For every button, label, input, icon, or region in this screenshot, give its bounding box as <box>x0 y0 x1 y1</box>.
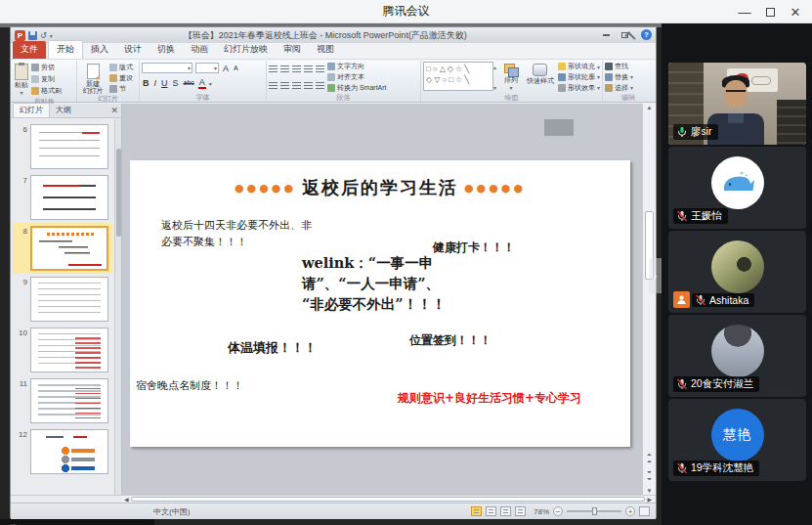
scroll-down-icon[interactable]: ▼ <box>643 488 656 494</box>
tab-slides[interactable]: 幻灯片 <box>13 103 50 117</box>
participant-tile-20食安付淑兰[interactable]: 20食安付淑兰 <box>668 315 806 397</box>
slide-thumbnail-11[interactable]: 11 <box>13 375 112 426</box>
participant-tile-王媛怡[interactable]: 王媛怡 <box>668 147 806 229</box>
vertical-scrollbar[interactable]: ▲ ⏶⏶ ⏷⏷ ▼ <box>642 104 656 495</box>
fit-to-window-icon[interactable] <box>639 506 650 516</box>
previous-slide-icon[interactable]: ⏶⏶ <box>643 452 656 465</box>
new-slide-button[interactable]: 新建 幻灯片 <box>79 62 107 94</box>
shape-outline-button[interactable]: 形状轮廓 <box>558 72 600 82</box>
select-button[interactable]: 选择 <box>605 83 633 93</box>
slide-thumbnail-12[interactable]: 12 <box>13 426 112 477</box>
ribbon-tab-审阅[interactable]: 审阅 <box>276 41 309 59</box>
ribbon-tab-设计[interactable]: 设计 <box>116 41 150 59</box>
align-text-button[interactable]: 对齐文本 <box>327 72 387 82</box>
ribbon-tab-文件[interactable]: 文件 <box>13 41 46 59</box>
convert-smartart-button[interactable]: 转换为 SmartArt <box>327 83 387 93</box>
font-color-caret[interactable] <box>209 78 212 88</box>
powerpoint-icon[interactable]: P <box>15 30 25 41</box>
next-slide-icon[interactable]: ⏷⏷ <box>643 469 656 483</box>
ribbon-tab-视图[interactable]: 视图 <box>309 41 342 59</box>
slide-thumbnail-8[interactable]: 8 <box>13 223 112 274</box>
slide-thumbnail-6[interactable]: 6 <box>13 121 112 172</box>
replace-button[interactable]: 替换 <box>605 72 633 82</box>
save-icon[interactable] <box>28 31 37 40</box>
scroll-left-icon[interactable]: ◀ <box>124 496 129 503</box>
format-painter-button[interactable]: 格式刷 <box>31 86 62 96</box>
line-spacing-icon[interactable] <box>316 66 324 73</box>
copy-button[interactable]: 复制 <box>31 74 62 84</box>
participant-tile-Ashitaka[interactable]: Ashitaka <box>668 231 806 313</box>
thumbnail-preview <box>30 429 108 474</box>
shapes-gallery[interactable]: □○△◇☆╲ ◇▽○□☆╲ <box>423 62 493 91</box>
align-left-icon[interactable] <box>269 82 278 90</box>
zoom-out-icon[interactable]: − <box>553 506 563 516</box>
quick-styles-button[interactable]: 快速样式 <box>526 62 555 93</box>
cut-button[interactable]: 剪切 <box>31 63 62 72</box>
scroll-right-icon[interactable]: ▶ <box>647 496 652 503</box>
hscroll-thumb[interactable] <box>131 497 646 502</box>
thumbnail-number: 11 <box>13 378 27 388</box>
minimize-button[interactable]: — <box>732 0 757 23</box>
indent-decrease-icon[interactable] <box>292 66 301 73</box>
panel-close-icon[interactable]: ✕ <box>110 106 118 115</box>
shape-fill-button[interactable]: 形状填充 <box>558 62 600 71</box>
align-right-icon[interactable] <box>292 82 301 90</box>
paste-button[interactable]: 粘贴 <box>15 62 28 97</box>
zoom-slider-thumb[interactable] <box>592 507 597 515</box>
shadow-button[interactable]: S <box>172 78 180 88</box>
ppt-minimize-button[interactable] <box>598 29 615 41</box>
italic-button[interactable]: I <box>153 78 158 88</box>
sidebar-collapse-handle[interactable]: › <box>649 258 662 293</box>
font-size-select[interactable] <box>195 63 219 73</box>
justify-icon[interactable] <box>304 82 313 90</box>
shrink-font-button[interactable]: A <box>233 64 239 73</box>
indent-increase-icon[interactable] <box>304 66 313 73</box>
ribbon-tab-切换[interactable]: 切换 <box>150 41 183 59</box>
section-button[interactable]: 节 <box>109 84 133 94</box>
underline-button[interactable]: U <box>160 78 169 88</box>
numbering-icon[interactable] <box>280 66 289 73</box>
bullets-icon[interactable] <box>269 66 278 73</box>
shared-screen-area: P ↺ 【班会】2021年春季返校线上班会 - Microsoft PowerP… <box>0 23 662 525</box>
align-center-icon[interactable] <box>280 82 289 90</box>
reading-view-icon[interactable] <box>500 506 511 516</box>
ribbon-tab-开始[interactable]: 开始 <box>48 40 83 59</box>
language-indicator: 中文(中国) <box>153 506 190 517</box>
reset-button[interactable]: 重设 <box>109 73 133 83</box>
normal-view-icon[interactable] <box>471 506 482 516</box>
ribbon-tab-插入[interactable]: 插入 <box>83 41 116 59</box>
participant-tile-廖sir[interactable]: 廖sir <box>668 63 806 145</box>
slide-sorter-view-icon[interactable] <box>486 506 496 516</box>
slide-thumbnail-9[interactable]: 9 <box>13 274 112 325</box>
text-direction-button[interactable]: 文字方向 <box>327 62 387 71</box>
ribbon-tab-动画[interactable]: 动画 <box>183 41 216 59</box>
shape-effects-button[interactable]: 形状效果 <box>558 83 600 93</box>
slide-editor[interactable]: ●●●●●返校后的学习生活●●●●● 返校后十四天非必要不外出、非必要不聚集！！… <box>130 160 630 447</box>
font-color-button[interactable]: A <box>198 77 206 89</box>
zoom-in-icon[interactable]: + <box>625 506 635 516</box>
close-button[interactable]: ✕ <box>783 0 808 23</box>
scroll-up-icon[interactable]: ▲ <box>643 105 656 110</box>
shapes-gallery-arrows[interactable]: ▴▾ <box>493 62 496 93</box>
participant-tile-19学科沈慧艳[interactable]: 慧艳19学科沈慧艳 <box>668 399 806 481</box>
slide-thumbnail-7[interactable]: 7 <box>13 172 112 223</box>
ribbon-tab-幻灯片放映[interactable]: 幻灯片放映 <box>216 41 276 59</box>
layout-button[interactable]: 版式 <box>109 63 133 72</box>
strikethrough-button[interactable]: abc <box>183 78 195 88</box>
slide-thumbnail-10[interactable]: 10 <box>13 325 112 375</box>
find-button[interactable]: 查找 <box>605 62 633 71</box>
arrange-button[interactable]: 排列 <box>499 62 523 93</box>
undo-icon[interactable]: ↺ <box>40 31 47 40</box>
tab-outline[interactable]: 大纲 <box>50 104 77 117</box>
slideshow-view-icon[interactable] <box>515 506 526 516</box>
horizontal-scrollbar[interactable]: ◀ ▶ <box>11 495 656 503</box>
font-name-select[interactable] <box>142 63 192 73</box>
columns-icon[interactable] <box>316 82 324 90</box>
zoom-slider[interactable] <box>567 510 621 512</box>
ribbon: 粘贴 剪切 复制 格式刷 剪贴板 <box>11 60 656 103</box>
help-icon[interactable]: ? <box>641 29 652 40</box>
bold-button[interactable]: B <box>142 78 150 88</box>
maximize-button[interactable] <box>757 0 783 23</box>
grow-font-button[interactable]: A <box>222 64 230 73</box>
panel-scrollbar[interactable] <box>114 119 121 495</box>
